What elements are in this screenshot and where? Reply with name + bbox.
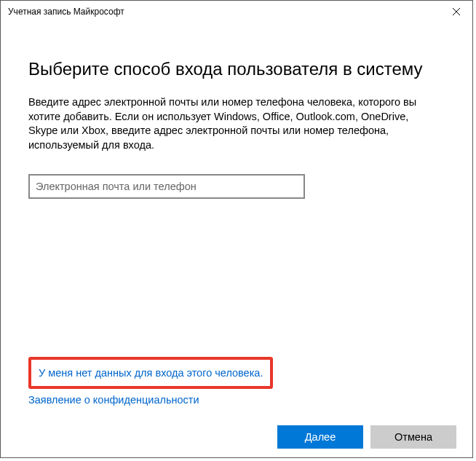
close-icon [453,8,460,15]
page-heading: Выберите способ входа пользователя в сис… [28,59,445,79]
no-signin-info-link[interactable]: У меня нет данных для входа этого челове… [39,367,263,379]
close-button[interactable] [440,1,472,23]
privacy-statement-link[interactable]: Заявление о конфиденциальности [28,394,199,406]
next-button[interactable]: Далее [277,425,363,449]
links-area: У меня нет данных для входа этого челове… [28,357,273,406]
input-row [28,174,445,199]
titlebar: Учетная запись Майкрософт [1,1,472,23]
content-area: Выберите способ входа пользователя в сис… [1,23,472,417]
instruction-text: Введите адрес электронной почты или номе… [28,95,436,152]
footer-buttons: Далее Отмена [1,417,472,457]
email-or-phone-input[interactable] [28,174,305,199]
highlight-annotation: У меня нет данных для входа этого челове… [28,357,273,389]
window-title: Учетная запись Майкрософт [8,7,124,17]
cancel-button[interactable]: Отмена [370,425,456,449]
dialog-window: Учетная запись Майкрософт Выберите спосо… [0,0,473,458]
